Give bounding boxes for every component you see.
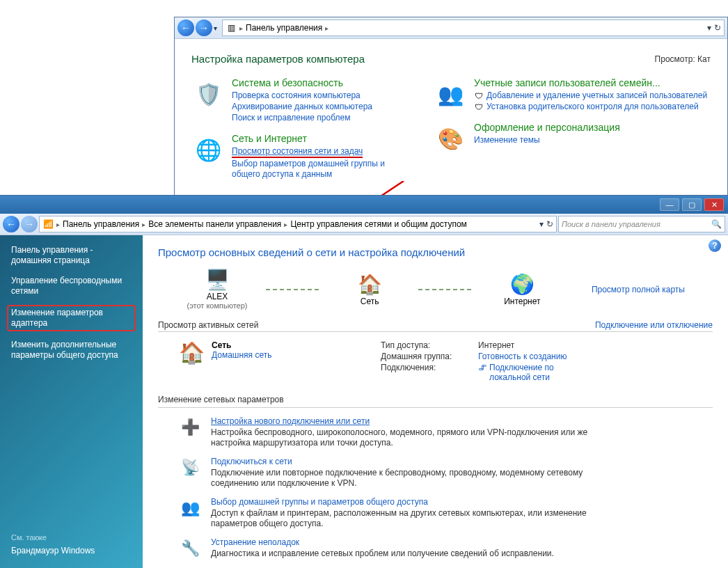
network-name: Сеть (212, 340, 271, 350)
category-link[interactable]: Установка родительского контроля для пол… (486, 102, 699, 112)
change-settings-header: Изменение сетевых параметров (158, 395, 713, 406)
task-link[interactable]: Устранение неполадок (211, 537, 554, 547)
control-panel-icon: ▥ (225, 22, 237, 33)
sidebar-home-link[interactable]: Панель управления - домашняя страница (11, 245, 132, 266)
label-access-type: Тип доступа: (381, 340, 478, 350)
category-system-security: 🛡️ Система и безопасность Проверка состо… (191, 77, 406, 123)
nav-history-dropdown[interactable]: ▾ (214, 24, 221, 32)
address-bar: ← → ▾ ▥ ▸ Панель управления ▸ ▾ ↻ (175, 17, 727, 39)
breadcrumb-item[interactable]: Панель управления (246, 23, 322, 33)
map-connector (266, 289, 322, 290)
breadcrumb[interactable]: 📶 ▸ Панель управления ▸ Все элементы пан… (39, 216, 557, 232)
nav-back-button[interactable]: ← (3, 216, 19, 232)
search-placeholder: Поиск в панели управления (562, 220, 660, 228)
link-network-status[interactable]: Просмотр состояния сети и задач (232, 146, 363, 158)
globe-icon: 🌍 (510, 273, 535, 296)
maximize-button[interactable]: ▢ (682, 198, 702, 211)
task-new-connection: ➕ Настройка нового подключения или сети … (158, 412, 713, 452)
view-mode-label: Просмотр: Кат (655, 54, 711, 64)
breadcrumb-item[interactable]: Центр управления сетями и общим доступом (290, 219, 467, 229)
sidebar-item-wireless[interactable]: Управление беспроводными сетями (11, 276, 132, 297)
sidebar-item-advanced-sharing[interactable]: Изменить дополнительные параметры общего… (11, 340, 132, 361)
page-title: Настройка параметров компьютера (191, 53, 365, 65)
computer-icon: 🖥️ (205, 268, 230, 291)
search-icon: 🔍 (711, 219, 722, 229)
active-network-row: 🏠 Сеть Домашняя сеть Тип доступа: Интерн… (158, 338, 713, 388)
category-user-accounts: 👥 Учетные записи пользователей семейн...… (434, 77, 707, 112)
category-link[interactable]: Выбор параметров домашней группы и общег… (232, 159, 406, 180)
plus-network-icon: ➕ (179, 416, 201, 439)
refresh-icon[interactable]: ↻ (546, 219, 553, 229)
link-homegroup[interactable]: Готовность к созданию (478, 352, 713, 361)
ethernet-icon: 🖇 (478, 363, 486, 372)
link-connect-disconnect[interactable]: Подключение или отключение (595, 320, 713, 330)
category-title[interactable]: Учетные записи пользователей семейн... (474, 77, 707, 88)
category-link[interactable]: Проверка состояния компьютера (232, 90, 372, 101)
category-grid: 🛡️ Система и безопасность Проверка состо… (191, 77, 711, 180)
sidebar-item-adapter-settings[interactable]: Изменение параметров адаптера (7, 305, 136, 331)
tasks-list: ➕ Настройка нового подключения или сети … (158, 412, 713, 564)
refresh-icon[interactable]: ↻ (714, 23, 721, 33)
house-icon: 🏠 (179, 340, 205, 365)
main-content: ? Просмотр основных сведений о сети и на… (143, 235, 728, 568)
category-link[interactable]: Поиск и исправление проблем (232, 113, 372, 123)
category-title[interactable]: Оформление и персонализация (474, 122, 620, 133)
task-homegroup: 👥 Выбор домашней группы и параметров общ… (158, 493, 713, 533)
task-link[interactable]: Подключиться к сети (211, 457, 601, 466)
nav-forward-button[interactable]: → (21, 216, 38, 232)
task-link[interactable]: Выбор домашней группы и параметров общег… (211, 497, 601, 507)
task-desc: Подключение или повторное подключение к … (211, 468, 601, 489)
title-bar: — ▢ ✕ (0, 196, 728, 214)
node-sub: (этот компьютер) (187, 301, 247, 310)
label-connections: Подключения: (381, 363, 478, 382)
search-input[interactable]: Поиск в панели управления 🔍 (558, 216, 725, 232)
sidebar-item-firewall[interactable]: Брандмауэр Windows (11, 546, 132, 556)
breadcrumb-item[interactable]: Панель управления (63, 219, 139, 229)
category-link[interactable]: Добавление и удаление учетных записей по… (486, 90, 707, 101)
close-button[interactable]: ✕ (704, 198, 724, 211)
link-full-map[interactable]: Просмотр полной карты (592, 285, 685, 294)
category-title[interactable]: Сеть и Интернет (232, 133, 406, 144)
users-icon: 👥 (434, 77, 467, 111)
category-link[interactable]: Архивирование данных компьютера (232, 102, 372, 112)
page-title: Просмотр основных сведений о сети и наст… (158, 246, 713, 258)
wrench-icon: 🔧 (179, 537, 201, 560)
uac-shield-icon: 🛡 (474, 91, 484, 101)
node-name: ALEX (187, 292, 247, 301)
minimize-button[interactable]: — (660, 198, 679, 211)
category-network: 🌐 Сеть и Интернет Просмотр состояния сет… (191, 133, 406, 180)
map-node-network: 🏠 Сеть (338, 273, 401, 306)
task-desc: Доступ к файлам и принтерам, расположенн… (211, 508, 601, 529)
window1-content: Настройка параметров компьютера Просмотр… (175, 39, 727, 199)
breadcrumb[interactable]: ▥ ▸ Панель управления ▸ ▾ ↻ (222, 19, 725, 36)
help-icon[interactable]: ? (709, 239, 721, 252)
task-connect-network: 📡 Подключиться к сети Подключение или по… (158, 452, 713, 493)
breadcrumb-sep-icon: ▸ (142, 221, 145, 228)
category-link[interactable]: Изменение темы (474, 135, 620, 145)
node-name: Сеть (361, 297, 379, 306)
task-link[interactable]: Настройка нового подключения или сети (211, 416, 601, 426)
appearance-icon: 🎨 (434, 122, 467, 155)
category-appearance: 🎨 Оформление и персонализация Изменение … (434, 122, 707, 155)
task-troubleshoot: 🔧 Устранение неполадок Диагностика и исп… (158, 533, 713, 564)
breadcrumb-sep-icon: ▸ (239, 24, 243, 32)
section-label: Просмотр активных сетей (158, 320, 258, 330)
value-access-type: Интернет (478, 340, 713, 350)
task-desc: Диагностика и исправление сетевых пробле… (211, 549, 554, 559)
node-name: Интернет (504, 297, 540, 306)
control-panel-root-window: ← → ▾ ▥ ▸ Панель управления ▸ ▾ ↻ Настро… (174, 17, 728, 199)
breadcrumb-dropdown-icon[interactable]: ▾ (707, 23, 711, 33)
globe-network-icon: 🌐 (191, 133, 225, 166)
category-title[interactable]: Система и безопасность (232, 77, 372, 88)
nav-back-button[interactable]: ← (177, 19, 194, 36)
task-desc: Настройка беспроводного, широкополосного… (211, 427, 601, 448)
breadcrumb-item[interactable]: Все элементы панели управления (148, 219, 281, 229)
nav-forward-button[interactable]: → (196, 19, 212, 36)
link-connection[interactable]: Подключение по локальной сети (489, 363, 587, 382)
link-network-type[interactable]: Домашняя сеть (212, 350, 271, 360)
label-homegroup: Домашняя группа: (381, 352, 478, 361)
see-also-label: См. также (11, 533, 132, 542)
map-node-this-pc: 🖥️ ALEX (этот компьютер) (186, 268, 248, 310)
homegroup-icon: 👥 (179, 497, 201, 519)
breadcrumb-dropdown-icon[interactable]: ▾ (539, 219, 544, 229)
